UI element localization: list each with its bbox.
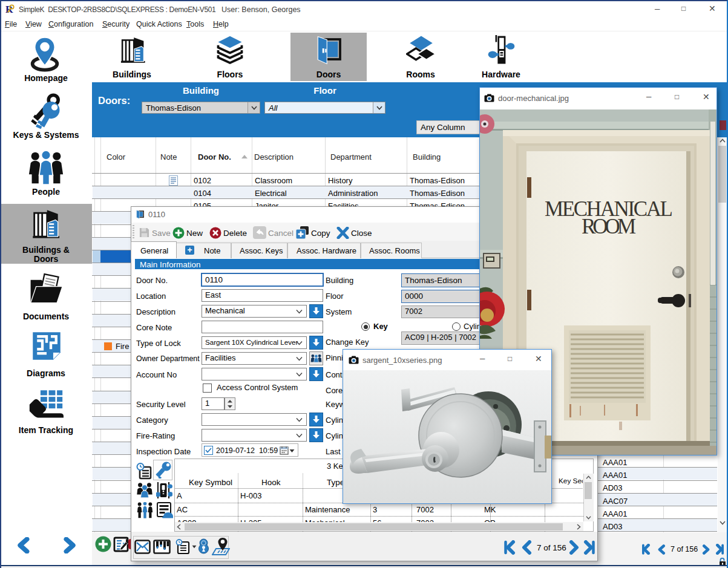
- svg-text:ROOM: ROOM: [582, 215, 636, 238]
